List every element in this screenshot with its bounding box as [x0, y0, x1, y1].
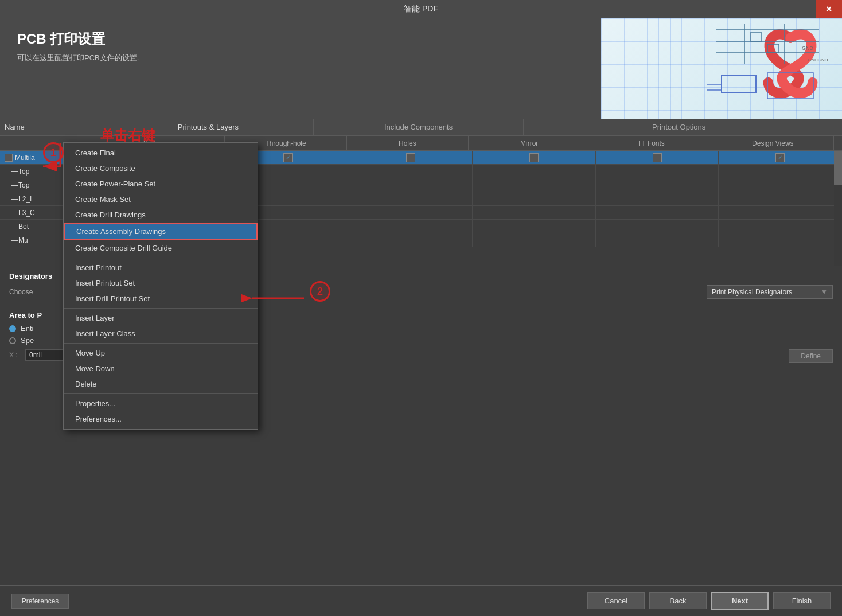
- pcb-schematic: GND GNDGND: [601, 18, 842, 119]
- row-checkbox[interactable]: [5, 154, 13, 162]
- bottom-bar: Preferences Cancel Back Next Finish: [0, 585, 842, 616]
- menu-item-create-mask[interactable]: Create Mask Set: [64, 192, 258, 207]
- row-cell-designviews[interactable]: ✓: [719, 151, 842, 164]
- col-options-header: Printout Options: [524, 119, 834, 135]
- check-holes[interactable]: [406, 153, 415, 162]
- menu-item-create-composite-drill[interactable]: Create Composite Drill Guide: [64, 240, 258, 256]
- row-cell: [719, 233, 842, 247]
- row-cell: [473, 233, 596, 247]
- finish-button[interactable]: Finish: [773, 592, 831, 609]
- row-cell: [596, 233, 719, 247]
- col-printouts-header: Printouts & Layers: [103, 119, 314, 135]
- next-button[interactable]: Next: [711, 592, 769, 610]
- menu-item-insert-printout[interactable]: Insert Printout: [64, 260, 258, 275]
- table-scrollbar[interactable]: [834, 151, 842, 266]
- specific-radio[interactable]: [9, 337, 16, 344]
- check-ttfonts[interactable]: [653, 153, 662, 162]
- row-cell-ttfonts[interactable]: [596, 151, 719, 164]
- check-designviews[interactable]: ✓: [775, 153, 785, 162]
- row-cell: [596, 206, 719, 219]
- menu-item-insert-layer-class[interactable]: Insert Layer Class: [64, 326, 258, 341]
- row-cell: [596, 220, 719, 233]
- x-input-row: X :: [9, 349, 71, 361]
- row-cell: [349, 206, 473, 219]
- sub-col-design-views: Design Views: [712, 136, 834, 150]
- sub-col-mirror: Mirror: [469, 136, 590, 150]
- row-cell: [719, 206, 842, 219]
- menu-item-create-composite[interactable]: Create Composite: [64, 161, 258, 176]
- define-button[interactable]: Define: [789, 349, 833, 363]
- sub-col-ttfonts: TT Fonts: [590, 136, 712, 150]
- menu-item-move-down[interactable]: Move Down: [64, 361, 258, 376]
- row-cell: [719, 165, 842, 178]
- svg-text:GND: GND: [802, 45, 814, 51]
- row-cell: [349, 220, 473, 233]
- row-cell: [473, 206, 596, 219]
- menu-item-insert-drill-printout[interactable]: Insert Drill Printout Set: [64, 291, 258, 306]
- table-col-headers: Name Printouts & Layers Include Componen…: [0, 119, 842, 136]
- coord-left: X :: [9, 349, 71, 363]
- title-bar: 智能 PDF ✕: [0, 0, 842, 18]
- choose-label: Choose: [9, 288, 33, 296]
- entire-label: Enti: [21, 324, 33, 333]
- row-cell-mirror[interactable]: [473, 151, 596, 164]
- cancel-button[interactable]: Cancel: [587, 592, 645, 609]
- context-menu: Create Final Create Composite Create Pow…: [63, 142, 258, 430]
- header-image: GND GNDGND: [601, 18, 842, 119]
- menu-separator-2: [64, 308, 258, 309]
- check-through[interactable]: ✓: [283, 153, 293, 162]
- menu-item-move-up[interactable]: Move Up: [64, 345, 258, 361]
- svg-rect-9: [722, 76, 756, 93]
- row-cell: [349, 233, 473, 247]
- col-components-header: Include Components: [314, 119, 524, 135]
- check-mirror[interactable]: [529, 153, 539, 162]
- row-cell: [596, 192, 719, 205]
- menu-item-insert-printout-set[interactable]: Insert Printout Set: [64, 275, 258, 291]
- svg-rect-10: [767, 73, 813, 99]
- row-cell: [473, 192, 596, 205]
- row-cell: [596, 178, 719, 192]
- col-name-header: Name: [0, 119, 103, 135]
- row-cell: [349, 178, 473, 192]
- menu-separator-1: [64, 258, 258, 258]
- menu-item-create-final[interactable]: Create Final: [64, 145, 258, 161]
- row-cell: [349, 165, 473, 178]
- sub-col-holes: Holes: [347, 136, 469, 150]
- menu-separator-3: [64, 343, 258, 344]
- back-button[interactable]: Back: [649, 592, 707, 609]
- x-label: X :: [9, 351, 21, 359]
- row-cell: [349, 192, 473, 205]
- specific-label: Spe: [21, 336, 34, 345]
- dialog-title: 智能 PDF: [404, 4, 438, 14]
- svg-text:GNDGND: GNDGND: [808, 57, 828, 63]
- row-cell: [473, 165, 596, 178]
- row-cell: [719, 192, 842, 205]
- menu-item-delete[interactable]: Delete: [64, 376, 258, 392]
- menu-item-create-assembly[interactable]: Create Assembly Drawings: [64, 223, 258, 240]
- row-cell: [596, 165, 719, 178]
- menu-item-preferences[interactable]: Preferences...: [64, 411, 258, 427]
- menu-separator-4: [64, 393, 258, 394]
- row-cell-holes[interactable]: [349, 151, 473, 164]
- preferences-button[interactable]: Preferences: [11, 594, 69, 609]
- designators-dropdown[interactable]: Print Physical Designators ▼: [707, 285, 833, 299]
- menu-item-create-power-plane[interactable]: Create Power-Plane Set: [64, 176, 258, 192]
- define-area: Define: [789, 349, 833, 363]
- svg-rect-5: [750, 33, 762, 41]
- scrollbar-thumb[interactable]: [834, 151, 842, 185]
- row-cell: [473, 220, 596, 233]
- entire-radio[interactable]: [9, 325, 16, 332]
- dropdown-value: Print Physical Designators: [712, 288, 792, 296]
- header-section: PCB 打印设置 可以在这里配置打印PCB文件的设置. GND GNDGND: [0, 18, 842, 119]
- close-button[interactable]: ✕: [816, 0, 842, 18]
- row-cell: [473, 178, 596, 192]
- menu-item-properties[interactable]: Properties...: [64, 396, 258, 411]
- row-cell: [719, 220, 842, 233]
- row-cell: [719, 178, 842, 192]
- menu-item-insert-layer[interactable]: Insert Layer: [64, 310, 258, 326]
- svg-rect-6: [767, 44, 779, 53]
- dropdown-arrow-icon: ▼: [821, 288, 828, 296]
- menu-item-create-drill[interactable]: Create Drill Drawings: [64, 207, 258, 223]
